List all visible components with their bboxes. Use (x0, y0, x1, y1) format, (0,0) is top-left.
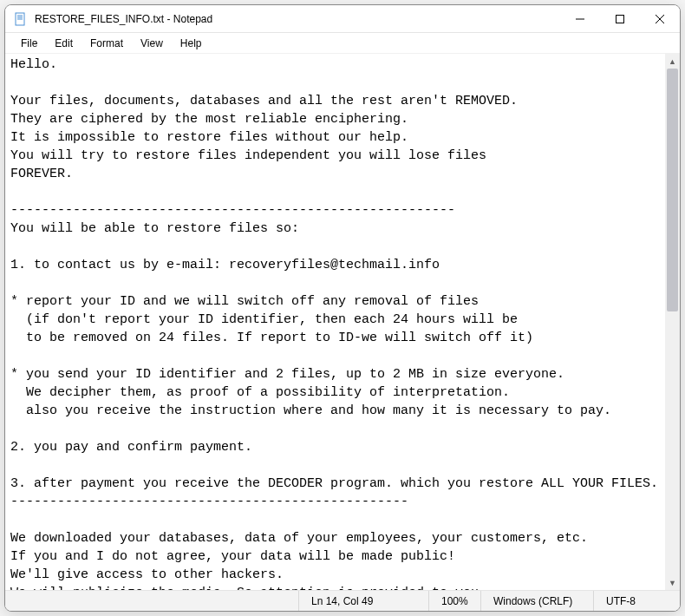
vertical-scrollbar[interactable]: ▲ ▼ (665, 54, 680, 590)
notepad-window: RESTORE_FILES_INFO.txt - Notepad File Ed… (4, 4, 681, 612)
scroll-track[interactable] (665, 69, 680, 575)
maximize-button[interactable] (600, 5, 640, 32)
menu-help[interactable]: Help (172, 36, 211, 51)
text-editor[interactable]: Hello. Your files, documents, databases … (5, 54, 665, 590)
window-controls (560, 5, 680, 32)
menubar: File Edit Format View Help (5, 33, 680, 54)
scroll-thumb[interactable] (667, 69, 678, 311)
status-zoom[interactable]: 100% (428, 591, 480, 611)
window-title: RESTORE_FILES_INFO.txt - Notepad (35, 13, 560, 25)
scroll-up-icon[interactable]: ▲ (665, 54, 680, 69)
status-caret-position: Ln 14, Col 49 (298, 591, 428, 611)
editor-area: Hello. Your files, documents, databases … (5, 54, 680, 590)
titlebar[interactable]: RESTORE_FILES_INFO.txt - Notepad (5, 5, 680, 33)
statusbar: Ln 14, Col 49 100% Windows (CRLF) UTF-8 (5, 590, 680, 611)
svg-rect-5 (616, 15, 624, 23)
menu-edit[interactable]: Edit (46, 36, 82, 51)
status-encoding: UTF-8 (593, 591, 680, 611)
menu-view[interactable]: View (132, 36, 172, 51)
menu-file[interactable]: File (12, 36, 46, 51)
scroll-down-icon[interactable]: ▼ (665, 575, 680, 590)
close-button[interactable] (640, 5, 680, 32)
notepad-icon (14, 12, 28, 26)
status-line-ending: Windows (CRLF) (480, 591, 593, 611)
minimize-button[interactable] (560, 5, 600, 32)
menu-format[interactable]: Format (82, 36, 132, 51)
